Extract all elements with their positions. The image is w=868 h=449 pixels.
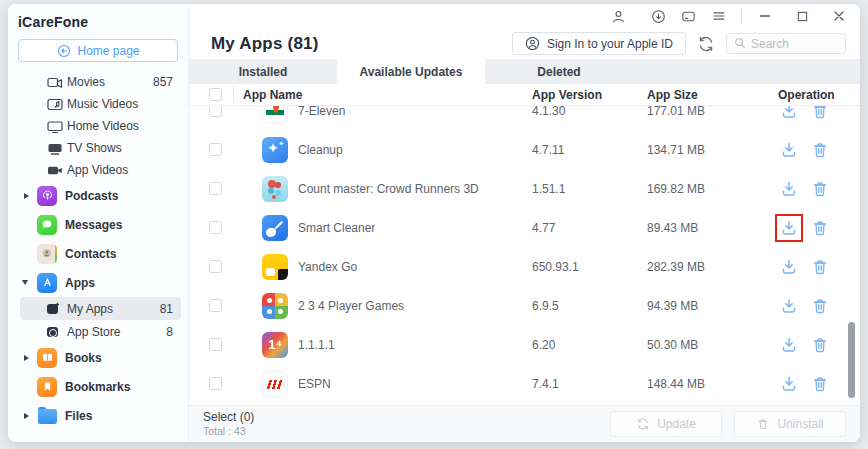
app-version: 6.9.5 [532,299,647,313]
messages-icon [37,215,57,235]
search-box[interactable] [726,33,846,54]
podcasts-icon [37,186,57,206]
sidebar-item-contacts[interactable]: Contacts [8,239,188,268]
sidebar-item-app-videos[interactable]: App Videos [8,159,188,181]
feedback-icon[interactable] [681,9,696,24]
sidebar-item-messages[interactable]: Messages [8,210,188,239]
column-app-version: App Version [532,88,647,102]
chevron-right-icon[interactable] [24,413,29,419]
sidebar-item-home-videos[interactable]: Home Videos [8,115,188,137]
download-button[interactable] [778,139,800,161]
search-icon [734,35,746,53]
row-checkbox[interactable] [209,299,222,312]
search-input[interactable] [751,37,836,51]
download-button[interactable] [778,295,800,317]
table-row: Count master: Crowd Runners 3D1.51.1169.… [189,169,860,208]
delete-button[interactable] [809,334,831,356]
app-version: 4.7.11 [532,143,647,157]
chevron-right-icon[interactable] [24,355,29,361]
monitor-icon [47,118,63,134]
page-title: My Apps (81) [211,34,319,54]
sidebar-item-bookmarks[interactable]: Bookmarks [8,372,188,401]
sidebar-item-podcasts[interactable]: Podcasts [8,181,188,210]
one-app-icon [262,332,288,358]
maximize-button[interactable] [795,9,810,24]
app-version: 6.20 [532,338,647,352]
download-button[interactable] [778,106,800,122]
select-all-checkbox[interactable] [209,88,222,101]
download-button[interactable] [778,217,800,239]
delete-button[interactable] [809,217,831,239]
app-name: Smart Cleaner [298,221,375,235]
row-checkbox[interactable] [209,106,222,117]
app-store-icon [37,273,57,293]
row-checkbox[interactable] [209,221,222,234]
delete-button[interactable] [809,106,831,122]
app-size: 282.39 MB [647,260,764,274]
tab-installed[interactable]: Installed [189,59,337,84]
sidebar-item-apps[interactable]: Apps [8,268,188,297]
app-version: 4.1.30 [532,106,647,118]
update-button[interactable]: Update [610,411,722,437]
total-count-label: Total : 43 [203,425,254,438]
account-icon[interactable] [611,9,626,24]
minimize-button[interactable] [757,9,772,24]
app-store-small-icon [47,326,59,338]
row-checkbox[interactable] [209,377,222,390]
sidebar-item-music-videos[interactable]: Music Videos [8,93,188,115]
delete-button[interactable] [809,295,831,317]
row-checkbox[interactable] [209,182,222,195]
sign-in-button[interactable]: Sign In to your Apple ID [512,32,686,55]
tab-bar: Installed Available Updates Deleted [189,59,860,84]
delete-button[interactable] [809,256,831,278]
tab-deleted[interactable]: Deleted [485,59,633,84]
column-app-size: App Size [647,88,764,102]
close-button[interactable] [831,9,846,24]
scrollbar-thumb[interactable] [848,322,855,398]
download-button[interactable] [778,334,800,356]
sidebar-item-movies[interactable]: Movies 857 [8,71,188,93]
app-store-count: 8 [166,325,181,339]
espn-app-icon [262,371,288,397]
delete-button[interactable] [809,139,831,161]
player-games-app-icon [262,293,288,319]
table-row: 7-Eleven4.1.30177.01 MB [189,106,860,130]
menu-icon[interactable] [711,9,726,24]
count-master-app-icon [262,176,288,202]
chevron-down-icon[interactable] [22,280,28,285]
download-button[interactable] [778,373,800,395]
app-size: 177.01 MB [647,106,764,118]
row-checkbox[interactable] [209,338,222,351]
download-circle-icon[interactable] [651,9,666,24]
sidebar-item-tv-shows[interactable]: TV Shows [8,137,188,159]
row-checkbox[interactable] [209,143,222,156]
row-checkbox[interactable] [209,260,222,273]
tab-available-updates[interactable]: Available Updates [337,59,485,84]
delete-button[interactable] [809,373,831,395]
books-icon [37,348,57,368]
uninstall-button[interactable]: Uninstall [734,411,846,437]
home-page-button[interactable]: Home page [18,39,178,62]
sidebar-item-books[interactable]: Books [8,343,188,372]
sidebar-item-files[interactable]: Files [8,401,188,430]
my-apps-icon: ✦ [47,303,59,315]
smart-cleaner-app-icon [262,215,288,241]
chevron-right-icon[interactable] [24,193,29,199]
app-version: 650.93.1 [532,260,647,274]
app-size: 134.71 MB [647,143,764,157]
cleanup-app-icon [262,137,288,163]
sidebar: iCareFone Home page Movies 857 Music Vid… [8,4,189,442]
download-button[interactable] [778,256,800,278]
bookmarks-icon [37,377,57,397]
page-header: My Apps (81) Sign In to your Apple ID [189,28,860,59]
column-app-name: App Name [233,87,532,102]
sidebar-item-app-store[interactable]: App Store 8 [20,320,181,343]
download-button[interactable] [778,178,800,200]
sidebar-item-my-apps[interactable]: ✦ My Apps 81 [20,297,181,320]
app-size: 148.44 MB [647,377,764,391]
app-size: 169.82 MB [647,182,764,196]
refresh-icon[interactable] [697,35,715,53]
app-size: 50.30 MB [647,338,764,352]
delete-button[interactable] [809,178,831,200]
folder-icon [37,406,57,426]
